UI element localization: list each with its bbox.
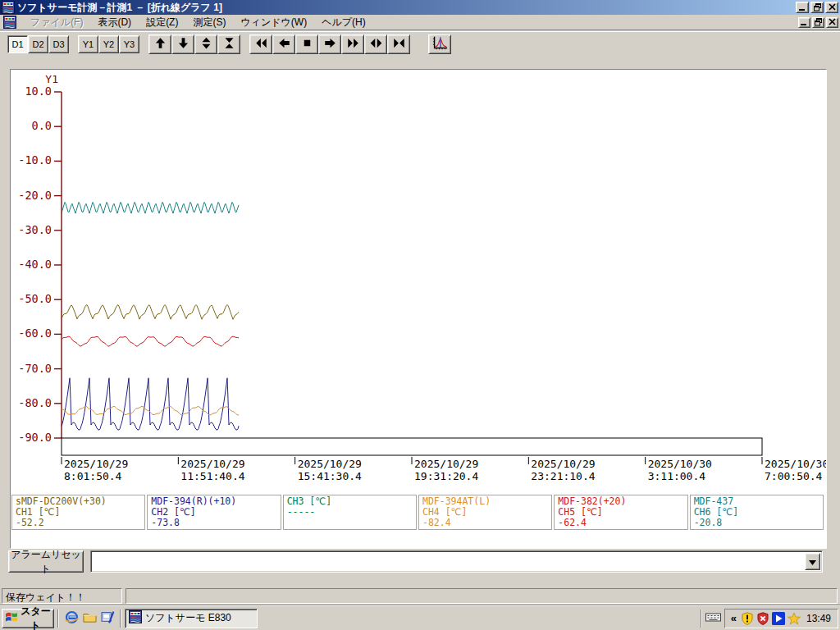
arrow-left-icon bbox=[277, 37, 291, 51]
menu-settings[interactable]: 設定(Z) bbox=[139, 14, 185, 31]
channel-cell-ch2[interactable]: MDF-394(R)(+10) CH2 [℃] -73.8 bbox=[147, 495, 281, 530]
graph-icon bbox=[431, 35, 449, 52]
mdi-restore-button[interactable] bbox=[812, 17, 824, 28]
collapse-horizontal-icon bbox=[392, 37, 406, 51]
svg-text:-20.0: -20.0 bbox=[18, 189, 52, 202]
taskbar-task-button[interactable]: ソフトサーモ E830 bbox=[125, 609, 258, 628]
svg-text:2025/10/29: 2025/10/29 bbox=[414, 458, 478, 470]
taskbar-separator bbox=[701, 609, 702, 628]
channel-value: -62.4 bbox=[558, 518, 683, 528]
scroll-up-button[interactable] bbox=[148, 34, 171, 54]
svg-text:11:51:40.4: 11:51:40.4 bbox=[180, 470, 244, 482]
channel-cell-ch4[interactable]: MDF-394AT(L) CH4 [℃] -82.4 bbox=[418, 495, 552, 530]
svg-text:Y1: Y1 bbox=[45, 73, 58, 85]
svg-text:2025/10/29: 2025/10/29 bbox=[531, 458, 595, 470]
graph-settings-button[interactable] bbox=[428, 34, 451, 54]
step-back-button[interactable] bbox=[272, 34, 295, 54]
toolbar-y2-button[interactable]: Y2 bbox=[98, 35, 119, 53]
expand-horizontal-button[interactable] bbox=[364, 34, 387, 54]
expand-vertical-icon bbox=[199, 37, 213, 51]
svg-text:-30.0: -30.0 bbox=[18, 223, 52, 236]
toolbar-d1-button[interactable]: D1 bbox=[7, 35, 28, 53]
keyboard-layout-icon[interactable] bbox=[705, 611, 721, 625]
show-desktop-icon bbox=[101, 610, 115, 627]
minimize-icon bbox=[798, 2, 807, 14]
folder-icon bbox=[83, 610, 97, 627]
start-button[interactable]: スタート bbox=[2, 609, 54, 628]
rewind-button[interactable] bbox=[249, 34, 272, 54]
taskbar-clock: 13:49 bbox=[803, 613, 833, 624]
svg-text:-90.0: -90.0 bbox=[18, 431, 52, 444]
toolbar: D1 D2 D3 Y1 Y2 Y3 bbox=[0, 31, 840, 56]
system-tray: « 13:49 bbox=[724, 609, 838, 628]
media-play-tray-icon[interactable] bbox=[772, 612, 785, 625]
menu-view[interactable]: 表示(D) bbox=[90, 14, 139, 31]
svg-text:23:21:10.4: 23:21:10.4 bbox=[531, 470, 595, 482]
taskbar-separator bbox=[57, 609, 59, 628]
chevron-left-double-icon[interactable]: « bbox=[729, 612, 738, 624]
arrow-up-icon bbox=[153, 37, 167, 51]
quick-launch-show-desktop[interactable] bbox=[98, 609, 116, 628]
mdi-close-button[interactable] bbox=[826, 17, 838, 28]
menu-measure[interactable]: 測定(S) bbox=[185, 14, 233, 31]
channel-value: -73.8 bbox=[151, 518, 276, 528]
minimize-icon bbox=[800, 16, 809, 29]
svg-text:7:00:50.4: 7:00:50.4 bbox=[765, 470, 823, 482]
status-bar: 保存ウェイト！！ bbox=[0, 586, 840, 605]
svg-text:15:41:30.4: 15:41:30.4 bbox=[298, 470, 362, 482]
channel-cell-ch1[interactable]: sMDF-DC200V(+30) CH1 [℃] -52.2 bbox=[11, 495, 145, 530]
scroll-down-button[interactable] bbox=[171, 34, 194, 54]
tray-area: « 13:49 bbox=[697, 609, 840, 628]
channel-cell-ch3[interactable]: CH3 [℃] ----- bbox=[283, 495, 417, 530]
line-chart: Y110.00.0-10.0-20.0-30.0-40.0-50.0-60.0-… bbox=[11, 70, 826, 548]
expand-vertical-button[interactable] bbox=[194, 34, 217, 54]
fast-forward-button[interactable] bbox=[341, 34, 364, 54]
toolbar-y1-button[interactable]: Y1 bbox=[78, 35, 98, 53]
mdi-minimize-button[interactable] bbox=[798, 17, 810, 28]
application-icon bbox=[2, 1, 15, 14]
security-warning-tray-icon[interactable] bbox=[741, 612, 754, 625]
quick-launch-folder[interactable] bbox=[80, 609, 98, 628]
toolbar-d2-button[interactable]: D2 bbox=[28, 35, 48, 53]
alarm-bar: アラームリセット bbox=[0, 549, 840, 573]
toolbar-d3-button[interactable]: D3 bbox=[48, 35, 69, 53]
alarm-reset-button[interactable]: アラームリセット bbox=[8, 550, 84, 573]
stop-button[interactable] bbox=[295, 34, 318, 54]
quick-launch-internet-explorer[interactable] bbox=[62, 609, 80, 628]
channel-value: -82.4 bbox=[422, 518, 548, 528]
chevron-down-icon bbox=[809, 555, 816, 568]
star-tray-icon[interactable] bbox=[788, 612, 801, 625]
arrow-right-icon bbox=[323, 37, 337, 51]
svg-text:3:11:00.4: 3:11:00.4 bbox=[648, 470, 706, 482]
close-icon bbox=[828, 2, 837, 14]
svg-text:2025/10/29: 2025/10/29 bbox=[64, 458, 128, 470]
channel-cell-ch6[interactable]: MDF-437 CH6 [℃] -20.8 bbox=[690, 495, 824, 530]
security-alert-tray-icon[interactable] bbox=[756, 612, 769, 625]
collapse-vertical-button[interactable] bbox=[217, 34, 240, 54]
arrow-down-icon bbox=[176, 37, 190, 51]
close-button[interactable] bbox=[825, 2, 838, 13]
restore-icon bbox=[813, 2, 822, 14]
step-forward-button[interactable] bbox=[318, 34, 341, 54]
minimize-button[interactable] bbox=[796, 2, 809, 13]
collapse-horizontal-button[interactable] bbox=[387, 34, 410, 54]
svg-text:2025/10/29: 2025/10/29 bbox=[298, 458, 362, 470]
window-title: ソフトサーモ計測－計測1 － [折れ線グラフ 1] bbox=[17, 1, 222, 15]
menu-window[interactable]: ウィンドウ(W) bbox=[233, 14, 314, 31]
windows-logo-icon bbox=[5, 611, 18, 625]
toolbar-y3-button[interactable]: Y3 bbox=[119, 35, 139, 53]
channel-value: -52.2 bbox=[16, 518, 141, 528]
desktop: { "window": { "title": "ソフトサーモ計測－計測1 － [… bbox=[0, 0, 840, 630]
rewind-icon bbox=[254, 37, 268, 51]
alarm-combobox-value[interactable] bbox=[94, 554, 804, 569]
channel-cell-ch5[interactable]: MDF-382(+20) CH5 [℃] -62.4 bbox=[554, 495, 687, 530]
restore-button[interactable] bbox=[810, 2, 824, 13]
taskbar: スタート ソフトサーモ E830 « 13:49 bbox=[0, 605, 840, 630]
alarm-combobox[interactable] bbox=[90, 550, 823, 573]
chart-panel: Y110.00.0-10.0-20.0-30.0-40.0-50.0-60.0-… bbox=[10, 69, 827, 549]
title-bar: ソフトサーモ計測－計測1 － [折れ線グラフ 1] bbox=[0, 0, 840, 15]
menu-help[interactable]: ヘルプ(H) bbox=[314, 14, 373, 31]
combobox-dropdown-button[interactable] bbox=[805, 553, 820, 570]
svg-text:-60.0: -60.0 bbox=[18, 326, 52, 340]
document-system-icon[interactable] bbox=[3, 16, 16, 29]
